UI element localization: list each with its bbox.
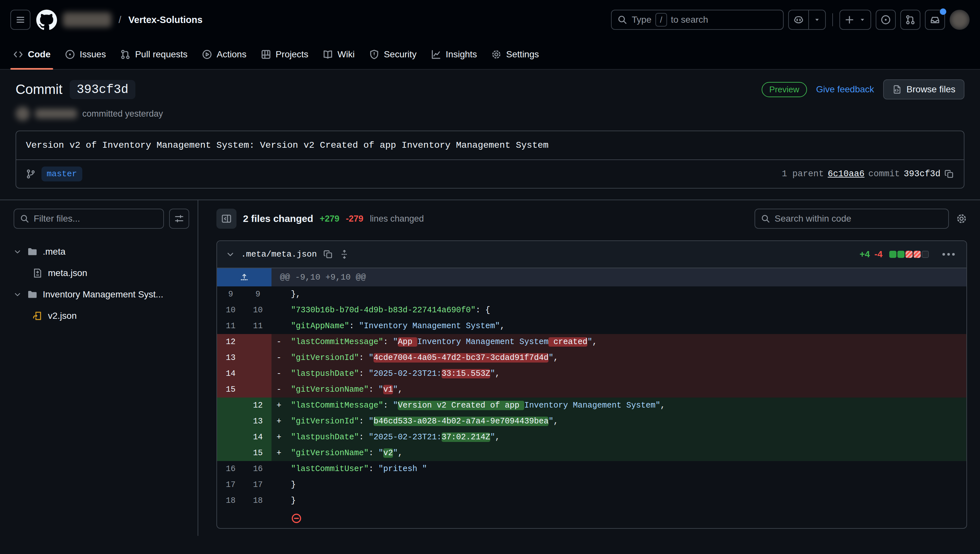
user-avatar[interactable]	[950, 10, 970, 30]
diff-marker	[272, 477, 286, 493]
new-line-number[interactable]: 11	[244, 318, 272, 334]
new-line-number[interactable]	[244, 350, 272, 366]
file-moved-icon	[32, 311, 43, 321]
tab-insights[interactable]: Insights	[425, 40, 483, 69]
diff-code-text: "7330b16b-b70d-4d9b-b83d-227414a690f0": …	[286, 302, 966, 318]
play-icon	[202, 49, 212, 60]
file-options-kebab-button[interactable]	[940, 250, 957, 258]
tree-folder-inventory[interactable]: Inventory Management Syst...	[14, 284, 189, 305]
new-line-number[interactable]: 13	[244, 413, 272, 429]
drag-handle-icon[interactable]	[339, 250, 349, 259]
filter-files-input[interactable]	[34, 213, 158, 224]
diff-code-text: },	[286, 287, 966, 302]
diff-settings-gear-button[interactable]	[956, 213, 967, 224]
global-search-button[interactable]: Type / to search	[611, 10, 784, 30]
expand-hunk-button[interactable]	[217, 268, 272, 287]
github-logo[interactable]	[36, 10, 57, 30]
old-line-number[interactable]: 11	[217, 318, 244, 334]
new-line-number[interactable]	[244, 334, 272, 350]
tab-issues[interactable]: Issues	[59, 40, 112, 69]
create-new-button[interactable]	[839, 10, 871, 30]
new-line-number[interactable]	[244, 509, 272, 528]
chevron-down-icon[interactable]	[14, 291, 22, 298]
diff-marker	[272, 318, 286, 334]
tab-code[interactable]: Code	[7, 40, 56, 69]
tree-file-label: meta.json	[48, 268, 87, 278]
old-line-number[interactable]: 13	[217, 350, 244, 366]
diff-marker: -	[272, 366, 286, 382]
copy-hash-button[interactable]	[944, 169, 954, 179]
old-line-number[interactable]: 12	[217, 334, 244, 350]
new-line-number[interactable]: 9	[244, 287, 272, 302]
old-line-number[interactable]: 10	[217, 302, 244, 318]
diff-line: 13+ "gitVersionId": "b46cd533-a028-4b02-…	[217, 413, 966, 429]
parent-hash-link[interactable]: 6c10aa6	[828, 169, 864, 179]
new-line-number[interactable]: 17	[244, 477, 272, 493]
tab-settings[interactable]: Settings	[485, 40, 544, 69]
tab-pull-requests[interactable]: Pull requests	[115, 40, 193, 69]
author-name-redacted[interactable]	[35, 109, 77, 119]
tree-folder-meta[interactable]: .meta	[14, 241, 189, 263]
filter-files-field[interactable]	[14, 209, 164, 229]
new-line-number[interactable]: 15	[244, 445, 272, 461]
new-line-number[interactable]	[244, 366, 272, 382]
tab-security[interactable]: Security	[363, 40, 422, 69]
tab-actions[interactable]: Actions	[196, 40, 252, 69]
collapse-file-tree-button[interactable]	[216, 209, 237, 229]
tree-file-meta-json[interactable]: meta.json	[14, 263, 189, 284]
new-line-number[interactable]: 18	[244, 493, 272, 509]
diff-code-text	[286, 509, 966, 528]
old-line-number[interactable]	[217, 445, 244, 461]
diff-toolbar: 2 files changed +279 -279 lines changed	[216, 209, 967, 229]
copy-path-button[interactable]	[323, 250, 333, 259]
copilot-button[interactable]	[788, 10, 826, 30]
branch-label[interactable]: master	[41, 167, 82, 181]
tab-projects[interactable]: Projects	[255, 40, 314, 69]
tab-wiki[interactable]: Wiki	[317, 40, 361, 69]
stat-square-deleted	[905, 251, 913, 258]
old-line-number[interactable]	[217, 413, 244, 429]
tree-settings-button[interactable]	[169, 209, 189, 229]
diff-code-text: "gitVersionId": "b46cd533-a028-4b02-a7a4…	[286, 413, 966, 429]
browse-files-button[interactable]: Browse files	[883, 80, 964, 99]
old-line-number[interactable]: 9	[217, 287, 244, 302]
create-new-dropdown[interactable]	[859, 10, 870, 29]
full-commit-hash: 393cf3d	[904, 169, 940, 179]
breadcrumb-repo-link[interactable]: Vertex-Solutions	[128, 14, 202, 25]
inbox-button[interactable]	[925, 10, 945, 30]
issue-opened-icon	[65, 49, 75, 60]
search-within-code-input[interactable]	[775, 213, 942, 224]
old-line-number[interactable]	[217, 509, 244, 528]
old-line-number[interactable]	[217, 429, 244, 445]
new-line-number[interactable]: 16	[244, 461, 272, 477]
tree-file-v2-json[interactable]: v2.json	[14, 305, 189, 326]
notification-dot	[940, 8, 946, 15]
old-line-number[interactable]: 16	[217, 461, 244, 477]
search-within-code-field[interactable]	[754, 209, 949, 229]
pull-requests-button[interactable]	[900, 10, 920, 30]
new-line-number[interactable]: 14	[244, 429, 272, 445]
collapse-diff-chevron[interactable]	[226, 250, 235, 258]
breadcrumb-owner-redacted[interactable]	[63, 12, 111, 27]
old-line-number[interactable]	[217, 398, 244, 413]
file-path[interactable]: .meta/meta.json	[241, 250, 317, 259]
tree-file-label: v2.json	[48, 311, 77, 321]
give-feedback-link[interactable]: Give feedback	[816, 84, 874, 95]
author-avatar-redacted[interactable]	[16, 107, 30, 121]
old-line-number[interactable]: 14	[217, 366, 244, 382]
issues-button[interactable]	[876, 10, 896, 30]
github-commit-page: / Vertex-Solutions Type / to search	[0, 0, 980, 554]
new-line-number[interactable]: 12	[244, 398, 272, 413]
hamburger-menu-button[interactable]	[10, 10, 30, 30]
diff-line: 1111 "gitAppName": "Inventory Management…	[217, 318, 966, 334]
new-line-number[interactable]	[244, 382, 272, 398]
new-line-number[interactable]: 10	[244, 302, 272, 318]
total-additions: +279	[320, 214, 339, 224]
old-line-number[interactable]: 18	[217, 493, 244, 509]
tree-folder-label: .meta	[43, 247, 65, 257]
old-line-number[interactable]: 15	[217, 382, 244, 398]
chevron-down-icon[interactable]	[14, 248, 22, 256]
copilot-dropdown[interactable]	[808, 10, 825, 29]
search-icon	[761, 214, 770, 223]
old-line-number[interactable]: 17	[217, 477, 244, 493]
